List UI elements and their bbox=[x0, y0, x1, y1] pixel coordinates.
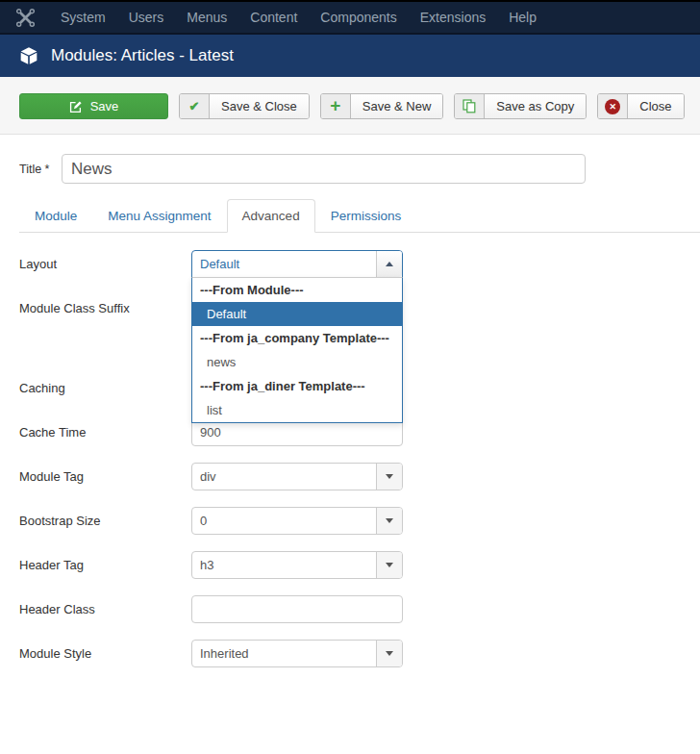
page-title: Modules: Articles - Latest bbox=[51, 46, 234, 65]
caret-down-icon bbox=[386, 518, 393, 523]
module-tag-select[interactable]: div bbox=[191, 463, 403, 490]
save-button[interactable]: Save bbox=[19, 93, 168, 119]
caret-down-icon bbox=[386, 563, 393, 567]
tab-permissions[interactable]: Permissions bbox=[315, 199, 417, 233]
copy-icon bbox=[462, 99, 476, 113]
main-content: Title * Module Menu Assignment Advanced … bbox=[0, 135, 700, 703]
title-label: Title * bbox=[19, 163, 62, 176]
layout-options-list: ---From Module--- Default ---From ja_com… bbox=[191, 277, 403, 423]
option-news[interactable]: news bbox=[192, 350, 402, 374]
close-button[interactable]: ✕ Close bbox=[597, 93, 684, 119]
caret-up-button[interactable] bbox=[376, 251, 402, 277]
menu-item-system[interactable]: System bbox=[49, 2, 117, 33]
tab-menu-assignment[interactable]: Menu Assignment bbox=[92, 199, 226, 233]
title-row: Title * bbox=[19, 154, 681, 184]
caret-down-icon bbox=[386, 651, 393, 656]
bootstrap-size-select[interactable]: 0 bbox=[191, 507, 403, 535]
plus-icon: + bbox=[330, 96, 340, 114]
layout-dropdown-widget: Default ---From Module--- Default ---Fro… bbox=[191, 250, 403, 278]
joomla-logo-icon bbox=[15, 8, 36, 28]
toolbar: Save ✔ Save & Close + Save & New Save as… bbox=[0, 77, 700, 135]
page-header: Modules: Articles - Latest bbox=[0, 35, 700, 77]
caret-up-icon bbox=[386, 262, 393, 266]
field-row-bootstrap-size: Bootstrap Size 0 bbox=[19, 507, 681, 535]
field-row-header-tag: Header Tag h3 bbox=[19, 551, 681, 579]
menu-item-menus[interactable]: Menus bbox=[175, 2, 238, 33]
menu-item-users[interactable]: Users bbox=[117, 2, 176, 33]
tab-advanced[interactable]: Advanced bbox=[227, 199, 315, 233]
menu-item-content[interactable]: Content bbox=[238, 2, 309, 33]
field-row-module-style: Module Style Inherited bbox=[19, 640, 681, 667]
close-icon: ✕ bbox=[605, 99, 620, 114]
caret-down-icon bbox=[386, 474, 393, 479]
module-tag-label: Module Tag bbox=[19, 463, 191, 490]
field-row-module-tag: Module Tag div bbox=[19, 463, 681, 490]
advanced-form: Layout Default ---From Module--- Default… bbox=[19, 250, 681, 667]
field-row-layout: Layout Default ---From Module--- Default… bbox=[19, 250, 681, 278]
tab-bar: Module Menu Assignment Advanced Permissi… bbox=[19, 199, 700, 233]
title-input[interactable] bbox=[62, 154, 586, 184]
bootstrap-size-label: Bootstrap Size bbox=[19, 507, 191, 535]
menu-item-help[interactable]: Help bbox=[497, 2, 548, 33]
save-close-button[interactable]: ✔ Save & Close bbox=[179, 93, 310, 119]
save-copy-button[interactable]: Save as Copy bbox=[454, 93, 587, 119]
module-style-select[interactable]: Inherited bbox=[191, 640, 403, 667]
option-list[interactable]: list bbox=[192, 398, 402, 422]
module-style-label: Module Style bbox=[19, 640, 191, 667]
admin-navbar: System Users Menus Content Components Ex… bbox=[0, 0, 700, 35]
module-cube-icon bbox=[19, 46, 38, 65]
header-class-label: Header Class bbox=[19, 595, 191, 623]
menu-item-components[interactable]: Components bbox=[309, 2, 408, 33]
caching-label: Caching bbox=[19, 374, 191, 402]
option-group-ja-diner: ---From ja_diner Template--- bbox=[192, 374, 402, 398]
header-class-input[interactable] bbox=[191, 595, 403, 623]
header-tag-select[interactable]: h3 bbox=[191, 551, 403, 579]
option-group-from-module: ---From Module--- bbox=[192, 278, 402, 302]
layout-label: Layout bbox=[19, 250, 191, 278]
option-default[interactable]: Default bbox=[192, 302, 402, 326]
save-pencil-icon bbox=[69, 100, 83, 113]
tab-module[interactable]: Module bbox=[19, 199, 92, 233]
module-class-suffix-label: Module Class Suffix bbox=[19, 294, 191, 358]
field-row-header-class: Header Class bbox=[19, 595, 681, 623]
layout-select[interactable]: Default bbox=[191, 250, 403, 278]
cache-time-label: Cache Time bbox=[19, 418, 191, 446]
menu-item-extensions[interactable]: Extensions bbox=[409, 2, 497, 33]
save-new-button[interactable]: + Save & New bbox=[320, 93, 444, 119]
check-icon: ✔ bbox=[189, 99, 200, 113]
option-group-ja-company: ---From ja_company Template--- bbox=[192, 326, 402, 350]
header-tag-label: Header Tag bbox=[19, 551, 191, 579]
